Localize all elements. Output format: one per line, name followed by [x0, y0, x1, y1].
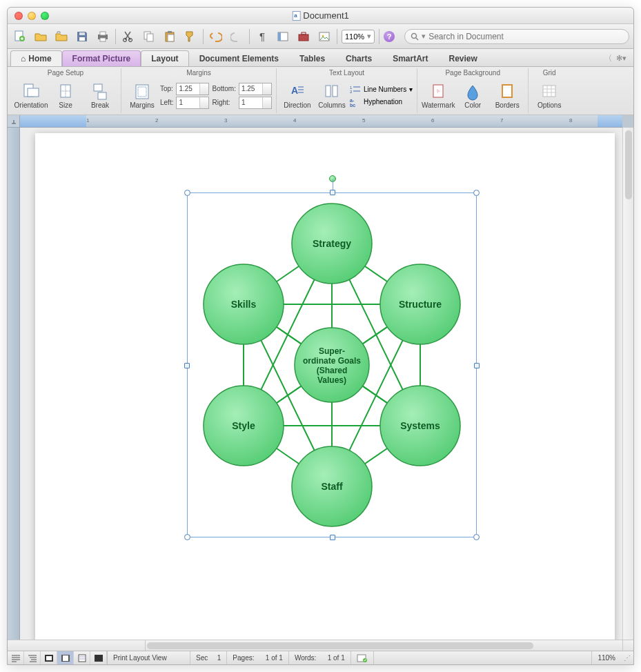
pages-indicator[interactable]: Pages: 1 of 1: [227, 651, 289, 664]
draft-view-button[interactable]: [8, 651, 24, 664]
search-field[interactable]: ▾: [404, 29, 629, 44]
tab-document-elements[interactable]: Document Elements: [189, 50, 289, 66]
watermark-button[interactable]: AWatermark: [422, 79, 455, 112]
svg-text:2: 2: [350, 90, 353, 94]
document-page[interactable]: Strategy Structure Systems Staff Style S…: [35, 133, 615, 640]
mckinsey-7s-diagram[interactable]: Strategy Structure Systems Staff Style S…: [187, 192, 477, 539]
open-recent-button[interactable]: [53, 28, 70, 45]
group-margins: Margins: [126, 68, 272, 78]
close-window-button[interactable]: [14, 12, 23, 20]
undo-button[interactable]: [208, 28, 224, 45]
tab-stop-selector[interactable]: [8, 115, 20, 128]
horizontal-scrollbar[interactable]: [146, 640, 622, 651]
svg-rect-37: [502, 85, 512, 97]
svg-text:bc: bc: [350, 103, 355, 107]
page-borders-button[interactable]: Borders: [491, 79, 524, 112]
group-text-layout: Text Layout: [281, 68, 413, 78]
grid-options-button[interactable]: Options: [533, 79, 566, 112]
svg-rect-10: [147, 34, 153, 41]
direction-button[interactable]: ADirection: [281, 79, 314, 112]
ribbon-layout: Page Setup Orientation Size Break Margin…: [8, 67, 633, 115]
svg-text:Super-: Super-: [319, 346, 345, 356]
zoom-indicator[interactable]: 110%: [592, 651, 621, 664]
words-indicator[interactable]: Words: 1 of 1: [289, 651, 351, 664]
redo-button[interactable]: [228, 28, 245, 45]
svg-text:Values): Values): [317, 375, 346, 385]
zoom-selector[interactable]: 110%▾: [342, 30, 375, 43]
margin-top-input[interactable]: 1.25: [176, 83, 209, 95]
resize-grip[interactable]: ⋰: [621, 654, 633, 662]
tab-format-picture[interactable]: Format Picture: [62, 50, 141, 66]
svg-rect-16: [299, 34, 308, 41]
vertical-scrollbar[interactable]: [622, 128, 633, 640]
group-page-background: Page Background: [422, 68, 524, 78]
tab-home[interactable]: ⌂Home: [10, 50, 62, 66]
horizontal-scrollbar-row: [8, 640, 633, 651]
media-browser-button[interactable]: [316, 28, 333, 45]
svg-rect-24: [94, 84, 102, 91]
outline-view-button[interactable]: [24, 651, 41, 664]
svg-rect-30: [333, 86, 337, 97]
node-strategy: Strategy: [292, 204, 372, 284]
margin-right-input[interactable]: 1: [239, 97, 272, 109]
cut-button[interactable]: [120, 28, 137, 45]
save-button[interactable]: [74, 28, 90, 45]
svg-text:Style: Style: [232, 420, 255, 431]
svg-text:Skills: Skills: [231, 299, 257, 310]
break-button[interactable]: Break: [83, 79, 117, 112]
node-center: Super- ordinate Goals (Shared Values): [295, 328, 369, 402]
copy-button[interactable]: [141, 28, 157, 45]
svg-rect-29: [326, 86, 331, 97]
section-indicator[interactable]: Sec 1: [190, 651, 227, 664]
help-button[interactable]: ?: [384, 31, 395, 42]
svg-rect-25: [98, 92, 106, 99]
show-formatting-button[interactable]: ¶: [254, 28, 270, 45]
node-structure: Structure: [380, 264, 460, 344]
columns-button[interactable]: Columns: [315, 79, 348, 112]
svg-rect-12: [168, 31, 172, 33]
margin-top-label: Top:: [160, 85, 173, 92]
status-bar: Print Layout View Sec 1 Pages: 1 of 1 Wo…: [8, 651, 633, 664]
toolbox-button[interactable]: [295, 28, 312, 45]
svg-rect-15: [278, 32, 281, 41]
tab-layout[interactable]: Layout: [141, 50, 188, 66]
open-button[interactable]: [32, 28, 49, 45]
size-button[interactable]: Size: [49, 79, 82, 112]
tab-review[interactable]: Review: [438, 50, 487, 66]
document-icon: [292, 11, 300, 21]
margin-left-input[interactable]: 1: [176, 97, 209, 109]
svg-rect-3: [79, 32, 85, 35]
paste-button[interactable]: [161, 28, 178, 45]
ribbon-settings-button[interactable]: ✻▾: [616, 54, 627, 63]
print-layout-view-button[interactable]: [57, 651, 74, 664]
publishing-view-button[interactable]: [41, 651, 57, 664]
svg-rect-5: [100, 32, 106, 35]
focus-view-button[interactable]: [90, 651, 107, 664]
print-button[interactable]: [95, 28, 111, 45]
svg-text:Strategy: Strategy: [313, 238, 351, 249]
page-color-button[interactable]: Color: [456, 79, 489, 112]
margins-button[interactable]: Margins: [126, 79, 159, 112]
minimize-window-button[interactable]: [28, 12, 36, 20]
search-input[interactable]: [428, 32, 623, 41]
svg-text:a-: a-: [350, 98, 355, 103]
tab-tables[interactable]: Tables: [289, 50, 335, 66]
line-numbers-button[interactable]: 12Line Numbers ▾: [350, 85, 413, 95]
format-painter-button[interactable]: [182, 28, 199, 45]
group-grid: Grid: [533, 68, 566, 78]
spelling-status[interactable]: [351, 651, 374, 664]
zoom-window-button[interactable]: [41, 12, 49, 20]
vertical-ruler[interactable]: [8, 128, 20, 640]
tab-smartart[interactable]: SmartArt: [382, 50, 438, 66]
hyphenation-button[interactable]: a-bcHyphenation: [350, 97, 413, 107]
window-title: Document1: [303, 10, 348, 21]
notebook-view-button[interactable]: [74, 651, 90, 664]
sidebar-button[interactable]: [275, 28, 291, 45]
collapse-ribbon-button[interactable]: 〈: [604, 53, 612, 63]
margin-bottom-input[interactable]: 1.25: [239, 83, 272, 95]
tab-charts[interactable]: Charts: [335, 50, 382, 66]
orientation-button[interactable]: Orientation: [14, 79, 48, 112]
new-doc-button[interactable]: [12, 28, 28, 45]
horizontal-ruler[interactable]: 12345678: [20, 115, 622, 128]
svg-point-20: [412, 33, 417, 38]
